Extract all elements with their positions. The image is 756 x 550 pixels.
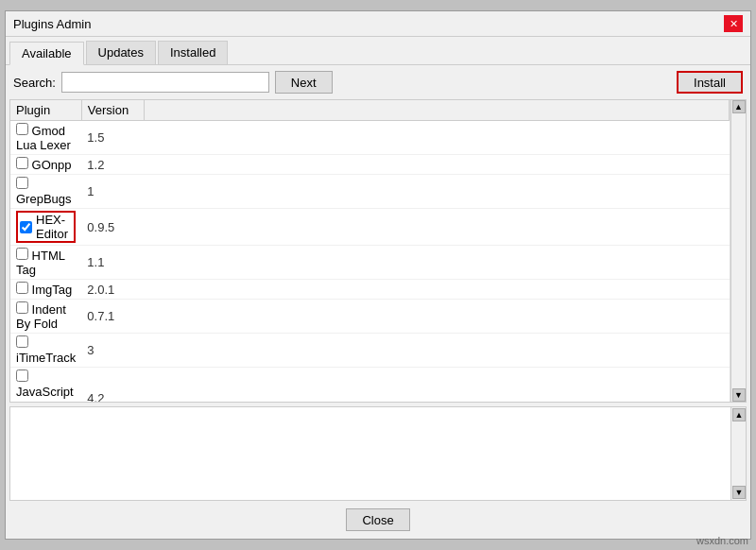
description-text	[10, 407, 730, 500]
plugin-name: iTimeTrack	[16, 351, 76, 365]
plugin-spacer	[145, 368, 730, 403]
plugin-checkbox[interactable]	[16, 177, 28, 189]
plugin-spacer	[145, 175, 730, 209]
plugin-spacer	[145, 121, 730, 155]
title-bar-text: Plugins Admin	[13, 17, 91, 31]
plugin-version: 0.7.1	[81, 300, 144, 334]
table-row: HEX-Editor0.9.5	[10, 209, 730, 246]
plugin-checkbox[interactable]	[16, 335, 28, 348]
plugin-spacer	[145, 334, 730, 368]
table-row: GrepBugs1	[10, 175, 730, 209]
tab-updates[interactable]: Updates	[86, 41, 156, 64]
plugin-spacer	[145, 209, 730, 246]
plugin-version: 1.1	[81, 246, 144, 280]
plugin-name: HEX-Editor	[36, 213, 72, 241]
plugin-version: 0.9.5	[81, 209, 144, 246]
tab-available[interactable]: Available	[9, 42, 84, 65]
plugin-version: 1.2	[81, 155, 144, 175]
toolbar: Search: Next Install	[6, 65, 750, 99]
description-panel: ▲ ▼	[9, 406, 747, 501]
col-plugin-header: Plugin	[10, 100, 81, 121]
plugin-checkbox[interactable]	[16, 123, 28, 135]
plugin-table: Plugin Version Gmod Lua Lexer1.5 GOnpp1.…	[10, 100, 730, 402]
scroll-up-arrow[interactable]: ▲	[732, 100, 746, 113]
table-row: Indent By Fold0.7.1	[10, 300, 730, 334]
plugin-checkbox[interactable]	[16, 370, 28, 382]
plugin-checkbox[interactable]	[16, 282, 28, 294]
title-bar: Plugins Admin ✕	[6, 11, 750, 37]
plugin-list: Plugin Version Gmod Lua Lexer1.5 GOnpp1.…	[10, 100, 730, 402]
close-button[interactable]: Close	[346, 508, 409, 531]
table-row: iTimeTrack3	[10, 334, 730, 368]
plugin-name: ImgTag	[28, 283, 72, 297]
plugin-spacer	[145, 280, 730, 300]
bottom-bar: Close	[6, 501, 750, 539]
plugin-version: 2.0.1	[81, 280, 144, 300]
desc-scroll-up[interactable]: ▲	[732, 408, 746, 421]
dialog: Plugins Admin ✕ Available Updates Instal…	[5, 10, 751, 540]
watermark: wsxdn.com	[696, 535, 748, 546]
col-version-header: Version	[81, 100, 144, 121]
desc-scroll-down[interactable]: ▼	[732, 486, 746, 499]
tabs-container: Available Updates Installed	[6, 37, 750, 65]
search-input[interactable]	[61, 72, 269, 93]
list-scrollbar[interactable]: ▲ ▼	[730, 100, 746, 402]
plugin-name: GOnpp	[28, 158, 72, 172]
plugin-name: JavaScript Map Parser	[16, 385, 74, 402]
plugin-spacer	[145, 155, 730, 175]
search-label: Search:	[13, 76, 56, 90]
plugin-version: 4.2	[81, 368, 144, 403]
desc-scrollbar[interactable]: ▲ ▼	[730, 407, 746, 500]
table-row: ImgTag2.0.1	[10, 280, 730, 300]
plugin-checkbox[interactable]	[16, 301, 28, 314]
table-row: Gmod Lua Lexer1.5	[10, 121, 730, 155]
plugin-version: 3	[81, 334, 144, 368]
table-row: HTML Tag1.1	[10, 246, 730, 280]
plugin-version: 1.5	[81, 121, 144, 155]
plugin-checkbox[interactable]	[16, 157, 28, 169]
scroll-down-arrow[interactable]: ▼	[732, 388, 746, 402]
plugin-spacer	[145, 300, 730, 334]
plugin-checkbox[interactable]	[20, 221, 32, 233]
plugin-name: GrepBugs	[16, 192, 72, 206]
col-spacer	[145, 100, 730, 121]
plugin-checkbox[interactable]	[16, 248, 28, 260]
plugin-spacer	[145, 246, 730, 280]
table-row: JavaScript Map Parser4.2	[10, 368, 730, 403]
tab-installed[interactable]: Installed	[158, 41, 228, 64]
next-button[interactable]: Next	[275, 71, 333, 94]
plugin-version: 1	[81, 175, 144, 209]
install-button[interactable]: Install	[677, 71, 743, 94]
close-window-button[interactable]: ✕	[724, 15, 743, 32]
table-row: GOnpp1.2	[10, 155, 730, 175]
